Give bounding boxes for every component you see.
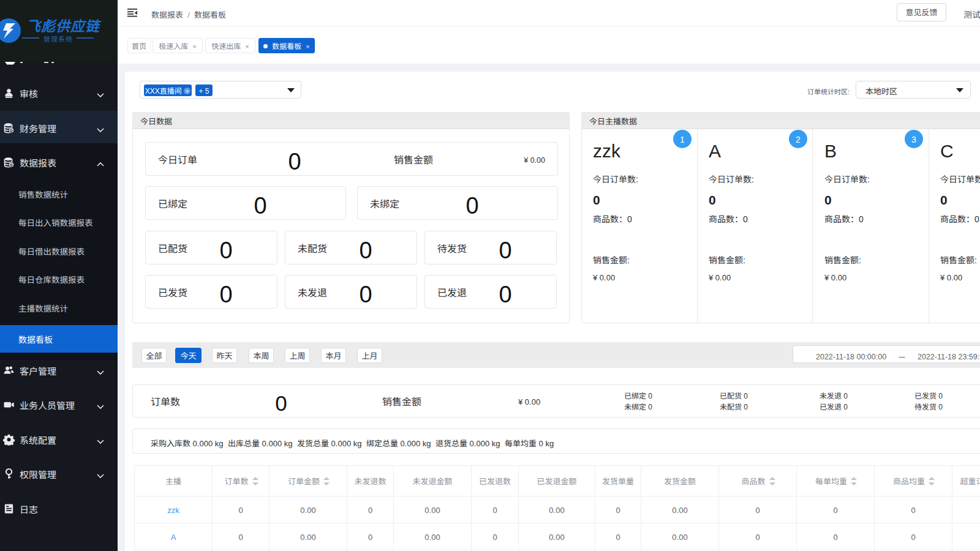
svg-text:0: 0: [10, 161, 13, 168]
svg-text:0: 0: [10, 127, 13, 133]
